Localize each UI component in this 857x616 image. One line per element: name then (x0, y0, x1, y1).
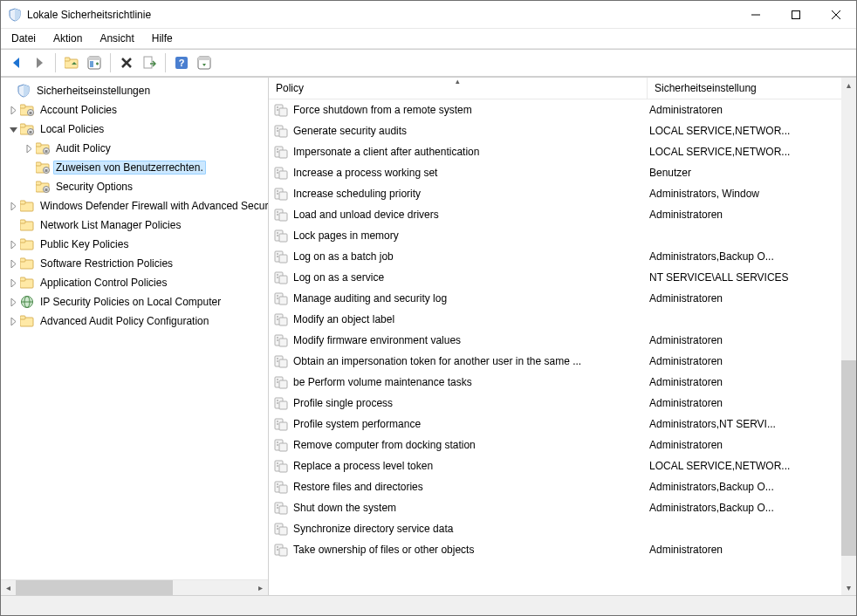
list-row[interactable]: Log on as a batch jobAdministrators,Back… (269, 246, 856, 267)
cell-setting: NT SERVICE\ALL SERVICES (648, 271, 856, 284)
column-header-setting[interactable]: Sicherheitseinstellung (648, 78, 856, 99)
scroll-thumb[interactable] (16, 580, 173, 595)
delete-button[interactable] (116, 52, 137, 73)
menu-view[interactable]: Ansicht (91, 29, 142, 48)
cell-policy: Manage auditing and security log (269, 291, 648, 305)
list-row[interactable]: Log on as a serviceNT SERVICE\ALL SERVIC… (269, 267, 856, 288)
minimize-button[interactable] (736, 1, 776, 28)
tree-advanced-audit[interactable]: Advanced Audit Policy Configuration (1, 311, 268, 331)
cell-policy: Remove computer from docking station (269, 438, 648, 452)
tree[interactable]: Sicherheitseinstellungen Account Policie… (1, 78, 268, 579)
policy-icon (274, 459, 288, 473)
folder-icon (20, 276, 34, 290)
menu-file[interactable]: Datei (3, 29, 45, 48)
window-title: Lokale Sicherheitsrichtlinie (27, 9, 736, 21)
policy-name: Restore files and directories (293, 481, 423, 493)
list-row[interactable]: Load and unload device driversAdministra… (269, 204, 856, 225)
scroll-right-button[interactable]: ▸ (253, 580, 268, 595)
tree-root[interactable]: Sicherheitseinstellungen (1, 81, 268, 100)
tree-srp[interactable]: Software Restriction Policies (1, 254, 268, 273)
tree-nlm[interactable]: Network List Manager Policies (1, 216, 268, 235)
tree-ipsec[interactable]: IP Security Policies on Local Computer (1, 292, 268, 311)
list-row[interactable]: Profile system performanceAdministrators… (269, 414, 856, 435)
cell-setting: Administratoren (648, 439, 856, 451)
list-row[interactable]: Obtain an impersonation token for anothe… (269, 351, 856, 372)
list-vscrollbar[interactable]: ▴ ▾ (841, 78, 856, 595)
twisty-icon[interactable] (6, 199, 20, 213)
twisty-icon[interactable] (6, 257, 20, 270)
export-button[interactable] (139, 52, 160, 73)
show-hide-tree-button[interactable] (84, 52, 105, 73)
list-row[interactable]: Remove computer from docking stationAdmi… (269, 435, 856, 455)
twisty-icon[interactable] (6, 295, 20, 309)
list-row[interactable]: Replace a process level tokenLOCAL SERVI… (269, 455, 856, 476)
forward-button[interactable] (29, 52, 50, 73)
list-row[interactable]: Increase scheduling priorityAdministrato… (269, 183, 856, 204)
scroll-track[interactable] (16, 580, 253, 595)
policy-name: be Perform volume maintenance tasks (293, 376, 472, 388)
list-pane: Policy ▴ Sicherheitseinstellung Force sh… (269, 78, 856, 595)
twisty-expanded-icon[interactable] (6, 122, 20, 136)
tree-account-policies[interactable]: Account Policies (1, 100, 268, 120)
list-row[interactable]: Modify an object label (269, 309, 856, 330)
svg-rect-18 (144, 57, 152, 68)
tree-local-policies[interactable]: Local Policies (1, 120, 268, 139)
scroll-down-button[interactable]: ▾ (841, 580, 856, 595)
twisty-icon[interactable] (6, 237, 20, 251)
properties-button[interactable] (194, 52, 215, 73)
scroll-up-button[interactable]: ▴ (841, 78, 856, 92)
list-row[interactable]: Force shutdown from a remote systemAdmin… (269, 99, 856, 120)
cell-setting: Administratoren (648, 544, 856, 556)
list-row[interactable]: Generate security auditsLOCAL SERVICE,NE… (269, 120, 856, 141)
menu-action[interactable]: Aktion (45, 29, 91, 48)
policy-icon (274, 333, 288, 347)
column-header-policy[interactable]: Policy ▴ (269, 78, 648, 99)
twisty-icon[interactable] (3, 84, 17, 98)
policy-icon (274, 396, 288, 410)
menu-help[interactable]: Hilfe (143, 29, 182, 48)
policy-name: Log on as a batch job (293, 250, 394, 263)
list-row[interactable]: Impersonate a client after authenticatio… (269, 141, 856, 162)
list-row[interactable]: Manage auditing and security logAdminist… (269, 288, 856, 309)
cell-policy: Generate security audits (269, 124, 648, 138)
close-button[interactable] (816, 1, 856, 28)
up-button[interactable] (61, 52, 82, 73)
tree-security-options[interactable]: Security Options (1, 177, 268, 196)
list-row[interactable]: Shut down the systemAdministrators,Backu… (269, 497, 856, 518)
help-button[interactable]: ? (171, 52, 192, 73)
policy-icon (274, 145, 288, 159)
tree-audit-policy[interactable]: Audit Policy (1, 139, 268, 158)
cell-policy: Profile single process (269, 396, 648, 410)
twisty-icon[interactable] (22, 141, 36, 155)
tree-label: Application Control Policies (38, 276, 169, 290)
list-row[interactable]: Synchronize directory service data (269, 518, 856, 539)
back-button[interactable] (6, 52, 27, 73)
list-row[interactable]: Lock pages in memory (269, 225, 856, 246)
list-row[interactable]: Profile single processAdministratoren (269, 393, 856, 414)
scroll-track[interactable] (841, 92, 856, 580)
twisty-icon[interactable] (6, 276, 20, 290)
maximize-button[interactable] (776, 1, 816, 28)
policy-list[interactable]: Force shutdown from a remote systemAdmin… (269, 99, 856, 595)
folder-lock-icon (20, 103, 34, 117)
tree-hscrollbar[interactable]: ◂ ▸ (1, 579, 268, 595)
cell-policy: Take ownership of files or other objects (269, 543, 648, 557)
list-row[interactable]: Increase a process working setBenutzer (269, 162, 856, 183)
policy-name: Remove computer from docking station (293, 439, 476, 451)
list-row[interactable]: Take ownership of files or other objects… (269, 539, 856, 560)
twisty-icon[interactable] (6, 103, 20, 117)
policy-icon (274, 522, 288, 536)
twisty-icon[interactable] (6, 314, 20, 328)
tree-acp[interactable]: Application Control Policies (1, 273, 268, 292)
tree-pki[interactable]: Public Key Policies (1, 235, 268, 254)
scroll-left-button[interactable]: ◂ (1, 580, 16, 595)
cell-setting: Administrators,NT SERVI... (648, 418, 856, 430)
list-row[interactable]: Restore files and directoriesAdministrat… (269, 476, 856, 497)
list-row[interactable]: Modify firmware environment valuesAdmini… (269, 330, 856, 351)
list-row[interactable]: be Perform volume maintenance tasksAdmin… (269, 372, 856, 393)
cell-policy: Restore files and directories (269, 480, 648, 494)
tree-user-rights[interactable]: Zuweisen von Benutzerrechten. (1, 158, 268, 177)
tree-firewall[interactable]: Windows Defender Firewall with Advanced … (1, 196, 268, 216)
scroll-thumb[interactable] (841, 360, 856, 556)
tree-label: Security Options (53, 180, 135, 194)
